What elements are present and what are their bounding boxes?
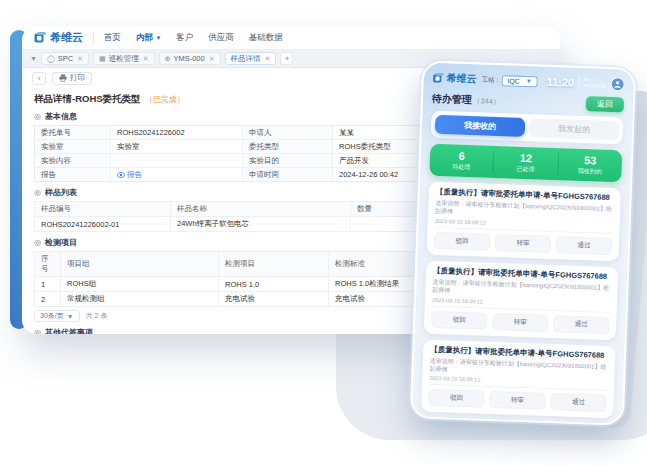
circle-dot-icon: ◎ — [34, 329, 41, 335]
field-label-exp-purpose: 实验目的 — [243, 154, 333, 167]
field-label-lab: 实验室 — [35, 140, 111, 153]
circle-dot-icon: ◎ — [34, 113, 41, 121]
stat-pending[interactable]: 6 待处理 — [429, 149, 493, 173]
cell-test-item: ROHS 1.0 — [219, 277, 329, 292]
cell-index: 2 — [35, 292, 61, 307]
logo-icon — [34, 32, 46, 44]
field-label-apply-time: 申请时间 — [243, 168, 333, 181]
circle-icon: ◯ — [47, 55, 55, 63]
nav-item-supplier[interactable]: 供应商 — [208, 32, 234, 44]
task-card[interactable]: 【质量执行】请审批委托单申请-单号FGHGS767688 送审说明：请审核分享检… — [424, 261, 618, 340]
cell-sample-no: ROHS20241226002-01 — [35, 217, 171, 232]
mobile-title-row: 待办管理（344） 返回 — [432, 91, 624, 113]
page-title: 待办管理（344） — [432, 91, 501, 107]
back-button[interactable]: ‹ — [32, 72, 46, 85]
mobile-window: 希维云 工站 : IQC ▼ 11:20 周一 2023/10/20 待办管理（… — [410, 60, 636, 425]
station-label: 工站 : — [482, 75, 499, 85]
logo-icon — [433, 72, 444, 83]
tab-add-button[interactable]: + — [280, 52, 293, 65]
nav-item-internal[interactable]: 内部 ▼ — [136, 32, 161, 44]
field-label-order-type: 委托类型 — [243, 140, 333, 153]
reject-button[interactable]: 驳回 — [431, 311, 488, 330]
tab-spc[interactable]: ◯ SPC ✕ — [41, 52, 89, 65]
cell-group: ROHS组 — [61, 277, 219, 292]
reject-button[interactable]: 驳回 — [434, 232, 491, 251]
reject-button[interactable]: 驳回 — [428, 389, 485, 408]
field-value-report: 报告 — [111, 168, 243, 181]
circle-dot-icon: ◎ — [34, 239, 41, 247]
tab-received[interactable]: 我接收的 — [435, 115, 526, 137]
total-count: 共 2 条 — [86, 311, 108, 321]
field-label-order-no: 委托单号 — [35, 126, 111, 139]
tab-sample-detail[interactable]: 样品详情 ✕ — [225, 52, 277, 65]
top-navbar: 希维云 首页 内部 ▼ 客户 供应商 基础数据 — [22, 26, 560, 50]
col-header-test-item: 检测项目 — [219, 252, 329, 277]
return-button[interactable]: 返回 — [586, 96, 625, 112]
close-icon[interactable]: ✕ — [77, 55, 83, 63]
app-logo[interactable]: 希维云 — [34, 30, 83, 45]
chevron-down-icon[interactable]: ▼ — [30, 55, 37, 62]
stat-cc[interactable]: 53 我收到的 — [557, 153, 622, 177]
nav-item-customer[interactable]: 客户 — [176, 32, 193, 44]
field-value-order-no: ROHS20241226002 — [111, 126, 243, 139]
field-label-exp-content: 实验内容 — [35, 154, 111, 167]
stats-bar: 6 待处理 12 已处理 53 我收到的 — [429, 144, 622, 183]
col-header-sample-name: 样品名称 — [171, 202, 351, 217]
app-logo-text: 希维云 — [50, 30, 83, 45]
mobile-header: 希维云 工站 : IQC ▼ 11:20 周一 2023/10/20 — [432, 71, 624, 92]
nav-item-basedata[interactable]: 基础数据 — [249, 32, 283, 44]
cell-group: 常规检测组 — [61, 292, 219, 307]
chevron-down-icon: ▼ — [67, 313, 74, 320]
nav-divider — [93, 32, 94, 43]
tab-initiated[interactable]: 我发起的 — [529, 118, 620, 140]
close-icon[interactable]: ✕ — [209, 55, 215, 63]
forward-button[interactable]: 转审 — [492, 313, 549, 332]
eye-icon — [117, 172, 125, 178]
station-select[interactable]: IQC ▼ — [501, 75, 538, 87]
grid-icon: ▦ — [99, 55, 106, 63]
col-header-group: 项目组 — [61, 252, 219, 277]
field-value-exp-content — [111, 154, 243, 167]
todo-count: （344） — [473, 96, 501, 106]
col-header-sample-no: 样品编号 — [35, 202, 171, 217]
task-card[interactable]: 【质量执行】请审批委托单申请-单号FGHGS767688 送审说明：请审核分享检… — [421, 339, 615, 418]
printer-icon — [59, 74, 67, 82]
field-label-report: 报告 — [35, 168, 111, 181]
col-header-index: 序号 — [35, 252, 61, 277]
approve-button[interactable]: 通过 — [550, 393, 607, 412]
tab-inspection-mgmt[interactable]: ▦ 巡检管理 ✕ — [93, 52, 155, 65]
page-size-select[interactable]: 30条/页 ▼ — [34, 310, 80, 322]
print-button[interactable]: 打印 — [52, 72, 92, 85]
doc-icon: ⊕ — [165, 55, 171, 63]
close-icon[interactable]: ✕ — [143, 55, 149, 63]
task-card[interactable]: 【质量执行】请审批委托单申请-单号FGHGS767688 送审说明：请审核分享检… — [427, 182, 621, 261]
caret-down-icon: ▼ — [526, 78, 532, 84]
cell-sample-name: 24Wh锂离子软包电芯 — [171, 217, 351, 232]
cell-test-item: 充电试验 — [219, 292, 329, 307]
segmented-tabs: 我接收的 我发起的 — [431, 111, 624, 145]
clock-date: 周一 2023/10/20 — [579, 77, 606, 90]
canvas: 希维云 首页 内部 ▼ 客户 供应商 基础数据 ▼ ◯ SPC ✕ ▦ 巡检管理… — [0, 0, 647, 466]
status-badge: （已完成） — [145, 95, 185, 104]
caret-down-icon: ▼ — [155, 35, 161, 41]
user-icon — [613, 80, 621, 88]
nav-item-home[interactable]: 首页 — [104, 32, 121, 44]
avatar[interactable] — [610, 77, 624, 91]
tab-yms-000[interactable]: ⊕ YMS-000 ✕ — [159, 52, 221, 65]
close-icon[interactable]: ✕ — [265, 55, 271, 63]
approve-button[interactable]: 通过 — [553, 315, 610, 334]
approve-button[interactable]: 通过 — [556, 236, 613, 255]
forward-button[interactable]: 转审 — [495, 234, 552, 253]
report-link[interactable]: 报告 — [117, 170, 142, 180]
clock-time: 11:20 — [546, 76, 574, 89]
cell-index: 1 — [35, 277, 61, 292]
forward-button[interactable]: 转审 — [489, 391, 546, 410]
field-label-applicant: 申请人 — [243, 126, 333, 139]
field-value-lab: 实验室 — [111, 140, 243, 153]
stat-processed[interactable]: 12 已处理 — [493, 151, 558, 175]
app-logo-text: 希维云 — [446, 71, 476, 86]
circle-dot-icon: ◎ — [34, 189, 41, 197]
